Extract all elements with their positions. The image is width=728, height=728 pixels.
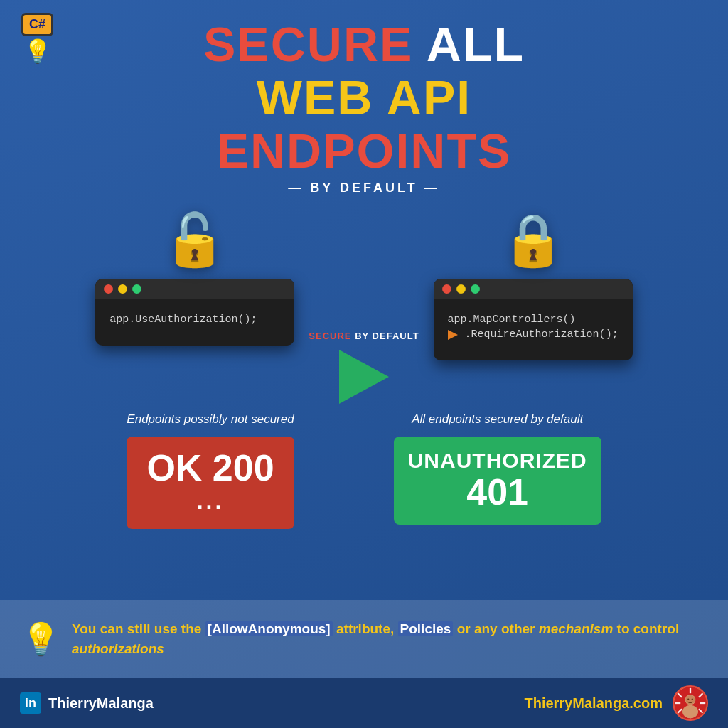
title-all: ALL xyxy=(427,17,525,71)
center-arrow-area: SECURE BY DEFAULT xyxy=(309,210,419,404)
dot-green-left xyxy=(132,284,141,294)
footer-right: ThierryMalanga.com xyxy=(524,685,708,721)
right-code-body: app.MapControllers() .RequireAuthorizati… xyxy=(434,299,633,360)
svg-point-12 xyxy=(687,698,689,700)
left-code-body: app.UseAuthorization(); xyxy=(95,299,294,346)
footer-website-text: ThierryMalanga.com xyxy=(524,695,663,711)
right-code-text1: app.MapControllers() xyxy=(448,314,576,326)
status-box-ok: OK 200 ... xyxy=(127,437,294,529)
linkedin-icon: in xyxy=(20,692,41,714)
title-line3: ENDPOINTS xyxy=(203,124,525,178)
title-secure: SECURE xyxy=(203,17,413,71)
title-block: SECURE ALL WEB API ENDPOINTS — BY DEFAUL… xyxy=(203,18,525,196)
tip-text-part2: attribute, xyxy=(333,621,398,636)
left-description: Endpoints possibly not secured OK 200 ..… xyxy=(127,411,294,529)
footer-website: ThierryMalanga.com xyxy=(524,695,663,712)
bottom-tip: 💡 You can still use the [AllowAnonymous]… xyxy=(0,600,728,678)
avatar-svg xyxy=(674,685,707,721)
sbd-by-default-text: BY DEFAULT xyxy=(355,331,419,341)
status-box-unauthorized: UNAUTHORIZED 401 xyxy=(394,437,601,525)
orange-arrow-icon xyxy=(448,330,458,340)
footer-author-left: ThierryMalanga xyxy=(48,695,154,712)
left-panel: 🔓 app.UseAuthorization(); xyxy=(95,210,294,346)
status-unauthorized-text: UNAUTHORIZED xyxy=(408,448,587,473)
svg-point-13 xyxy=(692,698,693,700)
tip-mechanism: mechanism xyxy=(539,621,614,636)
status-401-text: 401 xyxy=(408,473,587,510)
dot-yellow-left xyxy=(118,284,127,294)
footer-left: in ThierryMalanga xyxy=(20,692,154,714)
tip-allow-anonymous: [AllowAnonymous] xyxy=(205,621,333,636)
secure-by-default-label: SECURE BY DEFAULT xyxy=(309,331,419,341)
right-code-line1: app.MapControllers() xyxy=(448,314,619,326)
right-titlebar xyxy=(434,279,633,299)
dot-red-left xyxy=(104,284,113,294)
avatar xyxy=(673,685,708,721)
main-container: C# 💡 SECURE ALL WEB API ENDPOINTS — BY D… xyxy=(0,0,728,728)
lightbulb-icon: 💡 xyxy=(23,38,52,65)
svg-point-10 xyxy=(682,705,698,718)
right-code-window: app.MapControllers() .RequireAuthorizati… xyxy=(434,279,633,360)
tip-text-part1: You can still use the xyxy=(72,621,205,636)
left-code-line: app.UseAuthorization(); xyxy=(109,314,280,326)
sbd-secure: SECURE xyxy=(309,331,351,341)
right-code-text2: .RequireAuthorization(); xyxy=(465,328,619,341)
tip-authorizations: authorizations xyxy=(72,641,164,656)
left-description-text: Endpoints possibly not secured xyxy=(127,411,294,428)
dot-yellow-right xyxy=(456,284,466,294)
footer: in ThierryMalanga ThierryMalanga.com xyxy=(0,678,728,728)
right-description: All endpoints secured by default UNAUTHO… xyxy=(394,411,601,525)
tip-text-part4: to control xyxy=(613,621,679,636)
left-code-text: app.UseAuthorization(); xyxy=(109,314,257,326)
lock-closed-icon: 🔒 xyxy=(501,210,565,270)
dot-green-right xyxy=(471,284,480,294)
lock-open-icon: 🔓 xyxy=(163,210,227,270)
tip-bulb-icon: 💡 xyxy=(21,621,60,658)
right-description-text: All endpoints secured by default xyxy=(394,411,601,428)
left-titlebar xyxy=(95,279,294,299)
right-code-line2: .RequireAuthorization(); xyxy=(448,328,619,341)
right-panel: 🔒 app.MapControllers() .Re xyxy=(434,210,633,360)
csharp-badge: C# 💡 xyxy=(21,13,53,65)
middle-section: Endpoints possibly not secured OK 200 ..… xyxy=(105,404,622,536)
big-arrow-right-icon xyxy=(339,350,389,404)
csharp-label: C# xyxy=(21,13,53,36)
tip-text: You can still use the [AllowAnonymous] a… xyxy=(72,619,707,660)
status-dots: ... xyxy=(141,488,279,515)
top-section: C# 💡 SECURE ALL WEB API ENDPOINTS — BY D… xyxy=(0,0,728,600)
content-area: 🔓 app.UseAuthorization(); xyxy=(74,196,653,404)
left-code-window: app.UseAuthorization(); xyxy=(95,279,294,346)
title-line2: WEB API xyxy=(203,71,525,124)
tip-policies: Policies xyxy=(398,621,454,636)
title-line1: SECURE ALL xyxy=(203,18,525,71)
dot-red-right xyxy=(442,284,451,294)
status-ok-text: OK 200 xyxy=(141,448,279,488)
tip-text-part3: or any other xyxy=(453,621,538,636)
subtitle: — BY DEFAULT — xyxy=(203,181,525,196)
